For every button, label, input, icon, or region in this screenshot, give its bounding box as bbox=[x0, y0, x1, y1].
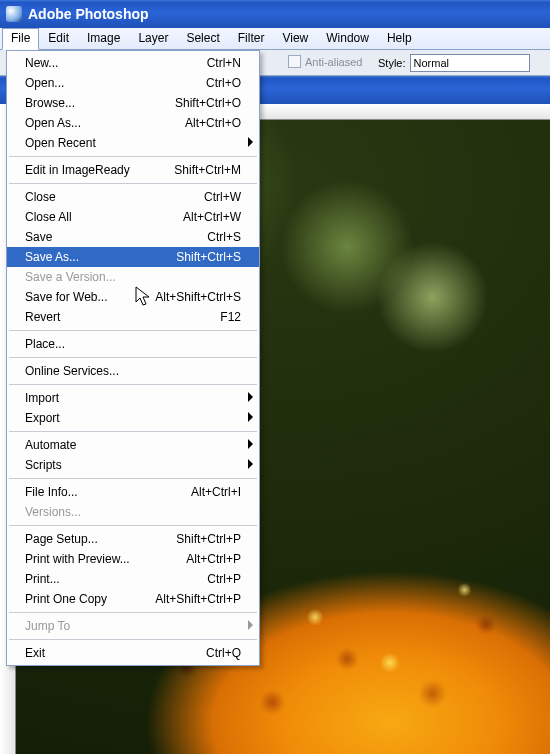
menu-separator bbox=[9, 525, 257, 526]
file-menu-file-info[interactable]: File Info...Alt+Ctrl+I bbox=[7, 482, 259, 502]
submenu-arrow-icon bbox=[248, 412, 253, 422]
menu-item-label: Exit bbox=[25, 646, 206, 660]
menu-item-shortcut: Alt+Ctrl+O bbox=[185, 116, 241, 130]
menu-separator bbox=[9, 431, 257, 432]
menu-item-shortcut: Alt+Ctrl+W bbox=[183, 210, 241, 224]
menu-item-label: Save a Version... bbox=[25, 270, 241, 284]
menu-image[interactable]: Image bbox=[78, 28, 129, 49]
menu-item-label: Revert bbox=[25, 310, 220, 324]
anti-aliased-checkbox[interactable] bbox=[288, 55, 301, 68]
menu-item-shortcut: Shift+Ctrl+P bbox=[176, 532, 241, 546]
menu-item-label: Browse... bbox=[25, 96, 175, 110]
menu-window[interactable]: Window bbox=[317, 28, 378, 49]
style-select[interactable]: Normal bbox=[410, 54, 530, 72]
file-menu-browse[interactable]: Browse...Shift+Ctrl+O bbox=[7, 93, 259, 113]
menu-item-label: Print with Preview... bbox=[25, 552, 186, 566]
file-menu-revert[interactable]: RevertF12 bbox=[7, 307, 259, 327]
file-menu-page-setup[interactable]: Page Setup...Shift+Ctrl+P bbox=[7, 529, 259, 549]
file-menu-exit[interactable]: ExitCtrl+Q bbox=[7, 643, 259, 663]
menu-item-shortcut: Ctrl+N bbox=[207, 56, 241, 70]
file-menu-scripts[interactable]: Scripts bbox=[7, 455, 259, 475]
file-menu-import[interactable]: Import bbox=[7, 388, 259, 408]
menu-separator bbox=[9, 357, 257, 358]
menu-select[interactable]: Select bbox=[177, 28, 228, 49]
menu-item-label: Close bbox=[25, 190, 204, 204]
menu-item-label: Export bbox=[25, 411, 241, 425]
menu-item-label: Print... bbox=[25, 572, 207, 586]
style-value: Normal bbox=[414, 57, 449, 69]
menu-item-shortcut: Alt+Shift+Ctrl+P bbox=[155, 592, 241, 606]
menu-filter[interactable]: Filter bbox=[229, 28, 274, 49]
file-menu-online-services[interactable]: Online Services... bbox=[7, 361, 259, 381]
file-menu-save[interactable]: SaveCtrl+S bbox=[7, 227, 259, 247]
file-menu-new[interactable]: New...Ctrl+N bbox=[7, 53, 259, 73]
menu-view[interactable]: View bbox=[273, 28, 317, 49]
menu-item-shortcut: Shift+Ctrl+S bbox=[176, 250, 241, 264]
menu-item-label: Scripts bbox=[25, 458, 241, 472]
file-menu-place[interactable]: Place... bbox=[7, 334, 259, 354]
submenu-arrow-icon bbox=[248, 392, 253, 402]
menu-item-label: Place... bbox=[25, 337, 241, 351]
menu-file[interactable]: File bbox=[2, 28, 39, 50]
menu-item-shortcut: Shift+Ctrl+M bbox=[174, 163, 241, 177]
menu-item-label: Save As... bbox=[25, 250, 176, 264]
file-menu-save-as[interactable]: Save As...Shift+Ctrl+S bbox=[7, 247, 259, 267]
menu-item-label: Print One Copy bbox=[25, 592, 155, 606]
menu-edit[interactable]: Edit bbox=[39, 28, 78, 49]
menu-separator bbox=[9, 183, 257, 184]
submenu-arrow-icon bbox=[248, 459, 253, 469]
menu-item-label: Versions... bbox=[25, 505, 241, 519]
menu-separator bbox=[9, 384, 257, 385]
file-menu-close[interactable]: CloseCtrl+W bbox=[7, 187, 259, 207]
menu-layer[interactable]: Layer bbox=[129, 28, 177, 49]
menu-item-label: Close All bbox=[25, 210, 183, 224]
menu-item-label: File Info... bbox=[25, 485, 191, 499]
titlebar: Adobe Photoshop bbox=[0, 0, 550, 28]
menu-item-label: Import bbox=[25, 391, 241, 405]
file-menu-save-a-version: Save a Version... bbox=[7, 267, 259, 287]
file-menu-automate[interactable]: Automate bbox=[7, 435, 259, 455]
menu-separator bbox=[9, 639, 257, 640]
menu-item-shortcut: Ctrl+Q bbox=[206, 646, 241, 660]
menu-item-label: Edit in ImageReady bbox=[25, 163, 174, 177]
file-menu-print-with-preview[interactable]: Print with Preview...Alt+Ctrl+P bbox=[7, 549, 259, 569]
file-menu-save-for-web[interactable]: Save for Web...Alt+Shift+Ctrl+S bbox=[7, 287, 259, 307]
menu-item-shortcut: Alt+Ctrl+I bbox=[191, 485, 241, 499]
menu-item-label: Open As... bbox=[25, 116, 185, 130]
file-menu-open-recent[interactable]: Open Recent bbox=[7, 133, 259, 153]
file-menu-print[interactable]: Print...Ctrl+P bbox=[7, 569, 259, 589]
menu-item-shortcut: F12 bbox=[220, 310, 241, 324]
menu-item-label: Open... bbox=[25, 76, 206, 90]
menu-item-shortcut: Ctrl+S bbox=[207, 230, 241, 244]
menu-help[interactable]: Help bbox=[378, 28, 421, 49]
menu-item-label: Save for Web... bbox=[25, 290, 155, 304]
file-menu-export[interactable]: Export bbox=[7, 408, 259, 428]
style-label: Style: bbox=[378, 57, 406, 69]
menu-separator bbox=[9, 478, 257, 479]
file-menu-print-one-copy[interactable]: Print One CopyAlt+Shift+Ctrl+P bbox=[7, 589, 259, 609]
file-menu-open[interactable]: Open...Ctrl+O bbox=[7, 73, 259, 93]
file-menu-close-all[interactable]: Close AllAlt+Ctrl+W bbox=[7, 207, 259, 227]
menu-item-label: New... bbox=[25, 56, 207, 70]
file-menu-edit-in-imageready[interactable]: Edit in ImageReadyShift+Ctrl+M bbox=[7, 160, 259, 180]
app-title: Adobe Photoshop bbox=[28, 6, 149, 22]
anti-aliased-label: Anti-aliased bbox=[305, 56, 362, 68]
submenu-arrow-icon bbox=[248, 137, 253, 147]
file-menu-jump-to: Jump To bbox=[7, 616, 259, 636]
app-icon bbox=[6, 6, 22, 22]
file-menu-open-as[interactable]: Open As...Alt+Ctrl+O bbox=[7, 113, 259, 133]
menu-separator bbox=[9, 612, 257, 613]
menu-item-label: Page Setup... bbox=[25, 532, 176, 546]
file-menu-dropdown: New...Ctrl+NOpen...Ctrl+OBrowse...Shift+… bbox=[6, 50, 260, 666]
menu-separator bbox=[9, 330, 257, 331]
menu-item-label: Jump To bbox=[25, 619, 241, 633]
menu-item-label: Online Services... bbox=[25, 364, 241, 378]
menu-item-label: Save bbox=[25, 230, 207, 244]
file-menu-versions: Versions... bbox=[7, 502, 259, 522]
submenu-arrow-icon bbox=[248, 620, 253, 630]
menu-item-label: Open Recent bbox=[25, 136, 241, 150]
menu-item-shortcut: Alt+Ctrl+P bbox=[186, 552, 241, 566]
menu-item-shortcut: Ctrl+W bbox=[204, 190, 241, 204]
menubar: FileEditImageLayerSelectFilterViewWindow… bbox=[0, 28, 550, 50]
menu-item-label: Automate bbox=[25, 438, 241, 452]
